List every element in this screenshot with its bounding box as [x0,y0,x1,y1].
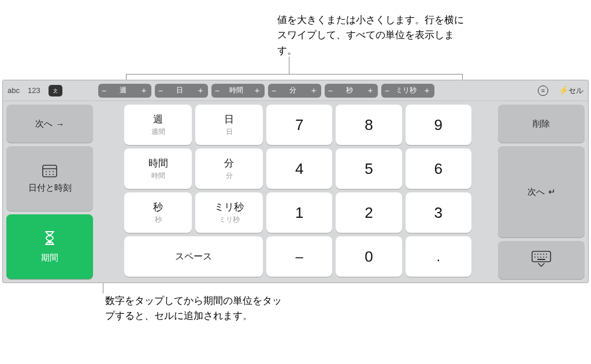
svg-point-7 [46,174,47,175]
plus-icon[interactable]: ＋ [140,86,148,96]
svg-point-15 [546,254,547,255]
svg-point-18 [540,257,541,258]
cell-reference-button[interactable]: ⚡セル [559,86,583,96]
minus-icon[interactable]: − [385,86,389,95]
datetime-mode-button[interactable]: 日付と時刻 [6,146,93,211]
num-key-8[interactable]: 8 [336,105,402,145]
plus-icon[interactable]: ＋ [253,86,261,96]
svg-point-4 [46,171,47,172]
svg-point-17 [537,257,538,258]
num-key-0[interactable]: 0 [336,236,402,277]
num-key-9[interactable]: 9 [406,105,471,145]
center-key-grid: 週週間 日日 7 8 9 時間時間 分分 4 5 6 [96,101,495,283]
unit-key-day[interactable]: 日日 [195,105,263,145]
equals-icon[interactable]: = [538,86,548,96]
keyboard-top-bar: abc 123 文 −週＋ −日＋ −時間＋ −分＋ −秒＋ −ミリ秒＋ = ⚡… [3,80,588,101]
language-icon[interactable]: 文 [49,85,62,96]
right-key-column: 削除 次へ ↵ [495,101,588,283]
num-key-2[interactable]: 2 [336,192,402,233]
svg-point-5 [49,171,50,172]
svg-point-8 [49,174,50,175]
svg-point-19 [543,257,544,258]
callout-line [126,74,127,80]
unit-stepper-row[interactable]: −週＋ −日＋ −時間＋ −分＋ −秒＋ −ミリ秒＋ [98,84,434,98]
stepper-second[interactable]: −秒＋ [325,84,378,98]
unit-key-minute[interactable]: 分分 [195,148,263,189]
svg-point-16 [534,257,536,258]
return-icon: ↵ [548,187,556,197]
num-key-5[interactable]: 5 [336,148,402,189]
abc-mode-button[interactable]: abc [8,86,20,95]
unit-key-second[interactable]: 秒秒 [124,192,192,233]
unit-key-ms[interactable]: ミリ秒ミリ秒 [195,192,263,233]
svg-text:文: 文 [53,88,58,94]
minus-icon[interactable]: − [215,86,220,95]
svg-rect-10 [532,251,551,262]
svg-point-12 [537,254,538,255]
next-label: 次へ [527,187,545,198]
svg-point-13 [540,254,541,255]
number-mode-button[interactable]: 123 [28,86,40,95]
plus-icon[interactable]: ＋ [366,86,374,96]
stepper-ms[interactable]: −ミリ秒＋ [381,84,434,98]
duration-label: 期間 [41,252,58,263]
delete-label: 削除 [533,118,550,129]
plus-icon[interactable]: ＋ [310,86,318,96]
dismiss-keyboard-button[interactable] [498,241,585,279]
unit-key-hour[interactable]: 時間時間 [124,148,192,189]
space-key[interactable]: スペース [124,236,263,277]
unit-key-week[interactable]: 週週間 [124,105,192,145]
delete-button[interactable]: 削除 [498,105,585,143]
num-key-4[interactable]: 4 [266,148,332,189]
plus-icon[interactable]: ＋ [196,86,205,96]
svg-rect-21 [537,259,545,260]
svg-point-9 [53,174,54,175]
datetime-label: 日付と時刻 [28,183,72,194]
callout-line [462,74,463,80]
stepper-day[interactable]: −日＋ [155,84,208,98]
svg-point-6 [53,171,54,172]
num-key-3[interactable]: 3 [406,192,471,233]
minus-key[interactable]: – [266,236,332,277]
hourglass-icon [44,231,55,249]
next-cell-button[interactable]: 次へ → [6,105,93,143]
minus-icon[interactable]: − [328,86,333,95]
callout-line [126,74,462,75]
svg-point-20 [546,257,547,258]
next-return-button[interactable]: 次へ ↵ [498,146,585,237]
num-key-6[interactable]: 6 [406,148,471,189]
left-key-column: 次へ → 日付と時刻 期間 [3,101,96,283]
stepper-minute[interactable]: −分＋ [268,84,321,98]
next-label: 次へ [35,118,53,129]
minus-icon[interactable]: − [272,86,276,95]
svg-point-14 [543,254,544,255]
arrow-right-icon: → [56,119,65,129]
bolt-icon: ⚡ [559,86,568,95]
dot-key[interactable]: . [406,236,471,277]
calendar-icon [42,164,57,180]
minus-icon[interactable]: − [158,86,163,95]
stepper-week[interactable]: −週＋ [98,84,151,98]
duration-keyboard: abc 123 文 −週＋ −日＋ −時間＋ −分＋ −秒＋ −ミリ秒＋ = ⚡… [2,80,589,283]
keyboard-dismiss-icon [531,251,551,270]
duration-mode-button[interactable]: 期間 [6,214,93,279]
stepper-hour[interactable]: −時間＋ [211,84,265,98]
callout-line [289,57,289,74]
minus-icon[interactable]: − [102,86,106,95]
callout-top: 値を大きくまたは小さくします。行を横にスワイプして、すべての単位を表示します。 [277,13,468,58]
svg-point-11 [534,254,536,255]
mode-switch-group: abc 123 文 [8,85,62,96]
num-key-1[interactable]: 1 [266,192,332,233]
callout-bottom: 数字をタップしてから期間の単位をタップすると、セルに追加されます。 [105,294,284,324]
num-key-7[interactable]: 7 [266,105,332,145]
plus-icon[interactable]: ＋ [423,86,431,96]
